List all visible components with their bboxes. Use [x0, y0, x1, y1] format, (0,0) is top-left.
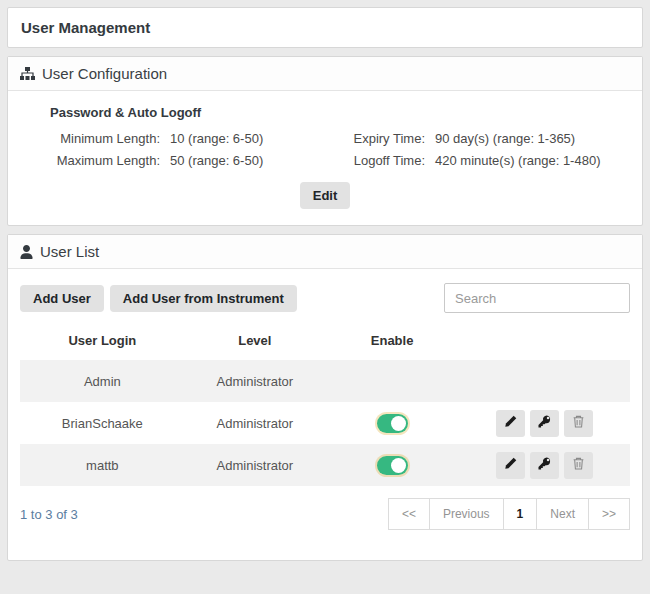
- search-input[interactable]: [444, 283, 630, 313]
- user-icon: [20, 245, 33, 259]
- delete-user-button[interactable]: [564, 452, 593, 479]
- pagination-page-1[interactable]: 1: [503, 498, 538, 530]
- user-login-cell: BrianSchaake: [20, 402, 185, 444]
- records-summary: 1 to 3 of 3: [20, 498, 78, 522]
- table-row-mattb: mattb Administrator: [20, 444, 630, 486]
- user-list-footer: 1 to 3 of 3 << Previous 1 Next >>: [20, 498, 630, 530]
- user-actions-cell: [459, 402, 630, 444]
- user-level-cell: Administrator: [185, 402, 325, 444]
- column-header-actions: [459, 326, 630, 360]
- page-title: User Management: [21, 19, 629, 36]
- trash-icon: [572, 457, 585, 473]
- minimum-length-row: Minimum Length: 10 (range: 6-50): [22, 129, 325, 148]
- user-list-panel: User List Add User Add User from Instrum…: [7, 234, 643, 561]
- pagination-previous[interactable]: Previous: [429, 498, 504, 530]
- user-login-cell: mattb: [20, 444, 185, 486]
- pagination-first[interactable]: <<: [388, 498, 430, 530]
- edit-user-button[interactable]: [496, 410, 525, 437]
- user-actions-cell: [459, 444, 630, 486]
- table-row-brianschaake: BrianSchaake Administrator: [20, 402, 630, 444]
- user-configuration-panel: User Configuration Password & Auto Logof…: [7, 56, 643, 226]
- key-icon: [538, 457, 551, 473]
- user-list-body: Add User Add User from Instrument User L…: [8, 269, 642, 560]
- user-level-cell: Administrator: [185, 444, 325, 486]
- pagination-next[interactable]: Next: [536, 498, 589, 530]
- table-row-admin: Admin Administrator: [20, 360, 630, 402]
- pagination-last[interactable]: >>: [588, 498, 630, 530]
- enable-toggle[interactable]: [377, 414, 408, 433]
- user-list-title: User List: [40, 243, 99, 260]
- add-user-button[interactable]: Add User: [20, 285, 104, 312]
- user-table-header-row: User Login Level Enable: [20, 326, 630, 360]
- user-level-cell: Administrator: [185, 360, 325, 402]
- maximum-length-value: 50 (range: 6-50): [170, 151, 320, 170]
- expiry-time-row: Expiry Time: 90 day(s) (range: 1-365): [325, 129, 628, 148]
- pencil-icon: [504, 457, 517, 473]
- user-enable-cell: [325, 360, 459, 402]
- user-configuration-body: Password & Auto Logoff Minimum Length: 1…: [8, 91, 642, 225]
- expiry-time-value: 90 day(s) (range: 1-365): [435, 129, 613, 148]
- expiry-time-label: Expiry Time:: [325, 129, 425, 148]
- page-title-card: User Management: [7, 7, 643, 48]
- trash-icon: [572, 415, 585, 431]
- user-list-toolbar: Add User Add User from Instrument: [20, 283, 630, 313]
- key-icon: [538, 415, 551, 431]
- enable-toggle[interactable]: [377, 456, 408, 475]
- add-user-from-instrument-button[interactable]: Add User from Instrument: [110, 285, 297, 312]
- toggle-knob: [391, 458, 406, 473]
- logoff-time-value: 420 minute(s) (range: 1-480): [435, 151, 613, 170]
- user-configuration-header: User Configuration: [8, 57, 642, 91]
- user-list-header: User List: [8, 235, 642, 269]
- logoff-time-label: Logoff Time:: [325, 151, 425, 170]
- user-table: User Login Level Enable Admin Administra…: [20, 326, 630, 486]
- minimum-length-value: 10 (range: 6-50): [170, 129, 320, 148]
- user-actions-cell: [459, 360, 630, 402]
- edit-user-button[interactable]: [496, 452, 525, 479]
- password-auto-logoff-heading: Password & Auto Logoff: [50, 105, 628, 120]
- toggle-knob: [391, 416, 406, 431]
- user-enable-cell: [325, 444, 459, 486]
- password-user-button[interactable]: [530, 452, 559, 479]
- maximum-length-label: Maximum Length:: [22, 151, 160, 170]
- user-login-cell: Admin: [20, 360, 185, 402]
- pencil-icon: [504, 415, 517, 431]
- user-enable-cell: [325, 402, 459, 444]
- logoff-time-row: Logoff Time: 420 minute(s) (range: 1-480…: [325, 151, 628, 170]
- column-header-user-login: User Login: [20, 326, 185, 360]
- pagination: << Previous 1 Next >>: [388, 498, 630, 530]
- user-configuration-title: User Configuration: [42, 65, 167, 82]
- sitemap-icon: [20, 67, 35, 80]
- delete-user-button[interactable]: [564, 410, 593, 437]
- password-user-button[interactable]: [530, 410, 559, 437]
- column-header-enable: Enable: [325, 326, 459, 360]
- edit-button[interactable]: Edit: [300, 182, 351, 209]
- column-header-level: Level: [185, 326, 325, 360]
- maximum-length-row: Maximum Length: 50 (range: 6-50): [22, 151, 325, 170]
- minimum-length-label: Minimum Length:: [22, 129, 160, 148]
